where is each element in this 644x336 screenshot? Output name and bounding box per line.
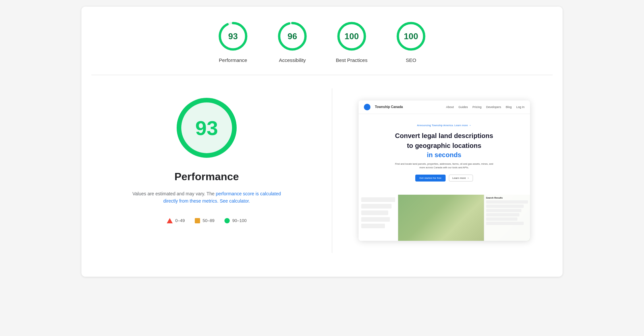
hero-heading-line2: to geographic locations: [366, 141, 522, 150]
screenshot-nav-links: AboutGuidesPricingDevelopersBlog: [446, 105, 512, 109]
score-number-seo: 100: [404, 31, 418, 42]
left-panel: 93 Performance Values are estimated and …: [81, 75, 332, 266]
sidebar-row-3: [361, 210, 388, 215]
hero-heading-accent: in seconds: [366, 151, 522, 159]
score-number-accessibility: 96: [288, 31, 297, 42]
score-item-performance: 93 Performance: [217, 20, 249, 63]
main-score-description: Values are estimated and may vary. The p…: [128, 190, 286, 205]
score-number-performance: 93: [228, 31, 238, 42]
score-number-best-practices: 100: [344, 31, 359, 42]
score-label-best-practices: Best Practices: [336, 57, 367, 63]
map-overlay-panel: Search Results: [484, 195, 530, 241]
score-circle-seo: 100: [395, 20, 427, 53]
legend-item-pass: 90–100: [224, 218, 247, 223]
right-panel: Township Canada AboutGuidesPricingDevelo…: [332, 75, 563, 266]
score-legend: 0–49 50–89 90–100: [167, 218, 247, 223]
screenshot-cta-primary[interactable]: Get started for free: [415, 175, 445, 182]
screenshot-nav-link: Pricing: [472, 105, 482, 109]
legend-range-pass: 90–100: [232, 218, 247, 223]
legend-range-average: 50–89: [203, 218, 215, 223]
screenshot-hero: Announcing Township America. Learn more …: [359, 114, 530, 195]
sidebar-row-4: [361, 217, 390, 222]
bottom-section: 93 Performance Values are estimated and …: [81, 75, 563, 266]
scores-section: 93 Performance 96 Accessibility 100 Best…: [81, 7, 563, 75]
legend-icon-fail: [167, 218, 173, 223]
sidebar-row-5: [361, 224, 385, 228]
score-label-seo: SEO: [406, 57, 416, 63]
score-item-best-practices: 100 Best Practices: [335, 20, 368, 63]
legend-icon-pass: [224, 218, 230, 223]
screenshot-nav-link: Developers: [486, 105, 501, 109]
screenshot-brand: Township Canada: [375, 105, 403, 109]
screenshot-nav-link: Blog: [506, 105, 512, 109]
map-area: Search Results: [398, 195, 530, 241]
score-label-accessibility: Accessibility: [279, 57, 306, 63]
score-circle-best-practices: 100: [335, 20, 368, 53]
main-score-circle: 93: [174, 95, 240, 161]
legend-item-average: 50–89: [195, 218, 215, 223]
description-text-before: Values are estimated and may vary. The: [132, 191, 216, 196]
hero-announce: Announcing Township America. Learn more …: [366, 124, 522, 127]
score-circle-performance: 93: [217, 20, 249, 53]
legend-range-fail: 0–49: [175, 218, 185, 223]
screenshot-map-section: Search Results: [359, 195, 530, 241]
legend-icon-average: [195, 218, 200, 223]
hero-subtext: Find and locate land parcels, properties…: [395, 162, 494, 170]
main-score-number: 93: [195, 116, 218, 140]
screenshot-nav-cta: Log In: [516, 105, 524, 109]
score-circle-accessibility: 96: [276, 20, 309, 53]
score-item-seo: 100 SEO: [395, 20, 427, 63]
hero-buttons: Get started for free Learn more →: [366, 175, 522, 182]
screenshot-logo: [364, 104, 370, 110]
screenshot-cta-secondary[interactable]: Learn more →: [449, 175, 473, 182]
score-item-accessibility: 96 Accessibility: [276, 20, 309, 63]
hero-heading-line1: Convert legal land descriptions: [366, 131, 522, 140]
map-sidebar: [359, 195, 398, 241]
screenshot-nav-link: Guides: [458, 105, 468, 109]
main-score-title: Performance: [174, 171, 239, 183]
sidebar-row-1: [361, 197, 395, 202]
main-card: 93 Performance 96 Accessibility 100 Best…: [81, 7, 563, 277]
screenshot-nav-link: About: [446, 105, 454, 109]
screenshot-frame: Township Canada AboutGuidesPricingDevelo…: [359, 100, 530, 241]
calculator-link[interactable]: See calculator.: [220, 198, 250, 204]
sidebar-row-2: [361, 204, 392, 209]
score-label-performance: Performance: [219, 57, 247, 63]
map-overlay-title: Search Results: [486, 197, 528, 199]
legend-item-fail: 0–49: [167, 218, 185, 223]
screenshot-navbar: Township Canada AboutGuidesPricingDevelo…: [359, 100, 530, 114]
